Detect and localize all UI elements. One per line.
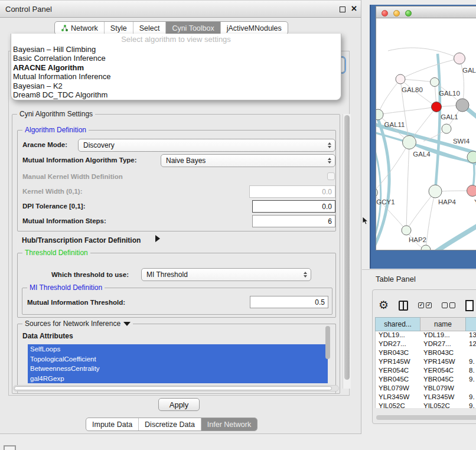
gear-icon[interactable]: ⚙ — [379, 299, 389, 311]
tab-network-label: Network — [71, 24, 98, 32]
table-row[interactable]: YLR345WYLR345W9. — [376, 393, 476, 402]
node-gal80[interactable] — [396, 74, 405, 84]
node-hap2[interactable] — [402, 226, 411, 235]
tab-style[interactable]: Style — [105, 22, 133, 34]
table-row[interactable]: YBL079WYBL079W — [376, 384, 476, 393]
mi-steps-field[interactable]: 6 — [252, 215, 335, 227]
aracne-mode-label: Aracne Mode: — [22, 141, 67, 148]
kernel-width-value: 0.0 — [322, 188, 332, 196]
close-icon[interactable]: ✕ — [351, 4, 357, 13]
tab-discretize-data[interactable]: Discretize Data — [139, 418, 201, 431]
tab-impute-data-label: Impute Data — [92, 420, 132, 429]
mi-threshold-label: Mutual Information Threshold: — [27, 299, 125, 306]
node-green-right[interactable] — [467, 151, 476, 163]
table-row[interactable]: YDL19...YDL19...13 — [376, 331, 476, 340]
page-icon[interactable] — [465, 300, 474, 311]
column-header-shared-name[interactable]: shared... — [375, 317, 420, 331]
sources-group-title: Sources for Network Inference — [22, 319, 133, 328]
dpi-tolerance-label: DPI Tolerance [0,1]: — [22, 203, 86, 210]
which-threshold-combobox[interactable]: MI Threshold — [141, 268, 311, 281]
algorithm-option[interactable]: Bayesian – Hill Climbing — [11, 45, 341, 54]
tab-network[interactable]: Network — [55, 22, 105, 34]
tab-jactivemnodules[interactable]: jActiveMNodules — [221, 22, 288, 34]
dpi-tolerance-value: 0.0 — [322, 203, 332, 211]
network-window-titlebar[interactable] — [376, 6, 476, 18]
split-columns-icon[interactable] — [399, 301, 408, 311]
node-gal-top[interactable] — [454, 53, 465, 64]
kernel-width-field[interactable]: 0.0 — [249, 185, 335, 198]
zoom-traffic-light-icon[interactable] — [405, 10, 412, 17]
apply-button[interactable]: Apply — [158, 398, 200, 411]
sources-title-text: Sources for Network Inference — [25, 319, 120, 328]
manual-kernel-width-label: Manual Kernel Width Definition — [22, 173, 123, 180]
tab-cyni-toolbox[interactable]: Cyni Toolbox — [166, 22, 220, 34]
attribute-item[interactable]: gal4RGexp — [28, 374, 328, 384]
tab-select[interactable]: Select — [133, 22, 167, 34]
mi-threshold-definition-group: MI Threshold Definition Mutual Informati… — [22, 288, 332, 315]
mi-steps-label: Mutual Information Steps: — [22, 217, 106, 224]
algorithm-option[interactable]: Bayesian – K2 — [11, 81, 341, 90]
mi-threshold-field[interactable]: 0.5 — [250, 296, 328, 308]
node-gal10[interactable] — [431, 78, 439, 87]
select-all-icon[interactable]: ✓✓ — [418, 302, 432, 308]
settings-horizontal-scrollbar-thumb[interactable] — [14, 386, 332, 390]
float-window-icon[interactable] — [340, 6, 345, 12]
stepper-arrows-icon — [304, 269, 307, 281]
table-row[interactable]: YPR145WYPR145W9. — [376, 358, 476, 367]
network-canvas[interactable]: GAL GAL80 GAL10 GAL1 GAL11 SWI4 GAL4 GCY… — [376, 18, 476, 250]
settings-scrollbar-thumb[interactable] — [344, 115, 350, 380]
aracne-mode-combobox[interactable]: Discovery — [78, 139, 335, 152]
node-bottom-cut[interactable] — [421, 245, 431, 250]
which-threshold-value: MI Threshold — [146, 270, 188, 279]
manual-kernel-width-checkbox[interactable] — [327, 172, 335, 180]
tab-jactivemnodules-label: jActiveMNodules — [227, 24, 282, 32]
table-body[interactable]: YDL19...YDL19...13 YDR27...YDR27...12 YB… — [375, 331, 476, 408]
cyni-bottom-tabs: Impute Data Discretize Data Infer Networ… — [86, 418, 257, 431]
node-gal4[interactable] — [403, 136, 416, 149]
collapse-arrow-icon[interactable] — [123, 322, 131, 326]
algorithm-option[interactable]: Basic Correlation Inference — [11, 54, 341, 63]
tab-select-label: Select — [139, 24, 160, 32]
close-traffic-light-icon[interactable] — [382, 10, 388, 17]
node-label: SWI4 — [453, 138, 470, 145]
attributes-scrollbar-thumb[interactable] — [325, 326, 330, 359]
tab-cyni-toolbox-label: Cyni Toolbox — [172, 24, 214, 32]
attribute-item[interactable]: BetweennessCentrality — [28, 364, 328, 374]
node-pink-right[interactable] — [467, 185, 476, 197]
tab-impute-data[interactable]: Impute Data — [86, 418, 139, 431]
column-header-name[interactable]: name — [420, 317, 465, 331]
column-header-cut[interactable]: A — [465, 317, 476, 331]
collapsed-widget[interactable] — [4, 445, 16, 450]
mi-algorithm-type-combobox[interactable]: Naive Bayes — [161, 154, 335, 167]
algorithm-definition-group: Algorithm Definition Aracne Mode: Discov… — [17, 130, 336, 231]
dpi-tolerance-field[interactable]: 0.0 — [252, 200, 335, 213]
deselect-all-icon[interactable] — [442, 302, 455, 308]
attribute-item[interactable]: SelfLoops — [28, 344, 328, 354]
algorithm-option-selected[interactable]: ARACNE Algorithm — [11, 63, 341, 72]
algorithm-option[interactable]: Mutual Information Inference — [11, 72, 341, 81]
node-hap4[interactable] — [429, 185, 442, 198]
table-row[interactable]: YBR043CYBR043C — [376, 349, 476, 358]
algorithm-option[interactable]: Dream8 DC_TDC Algorithm — [11, 90, 341, 99]
tab-infer-network[interactable]: Infer Network — [201, 418, 257, 431]
settings-scrollbar[interactable] — [343, 114, 351, 389]
expand-arrow-icon[interactable] — [155, 235, 160, 242]
table-row[interactable]: YBR045CYBR045C9. — [376, 376, 476, 384]
node-gray[interactable] — [456, 99, 469, 112]
network-view-window[interactable]: GAL GAL80 GAL10 GAL1 GAL11 SWI4 GAL4 GCY… — [376, 6, 476, 250]
table-row[interactable]: YDR27...YDR27...12 — [376, 340, 476, 349]
table-header-row: shared... name A — [375, 317, 476, 331]
node-gcy1[interactable] — [376, 188, 378, 198]
settings-horizontal-scrollbar[interactable] — [13, 385, 339, 392]
node-swi4[interactable] — [442, 124, 451, 133]
table-row[interactable]: YER054CYER054C8. — [376, 367, 476, 376]
table-horizontal-scrollbar-thumb[interactable] — [376, 415, 476, 420]
minimize-traffic-light-icon[interactable] — [393, 10, 400, 17]
node-label: GAL80 — [402, 86, 423, 93]
mi-algorithm-type-value: Naive Bayes — [166, 156, 206, 165]
node-gal1-selected[interactable] — [432, 102, 442, 112]
attribute-item[interactable]: TopologicalCoefficient — [28, 354, 328, 364]
data-attributes-list[interactable]: SelfLoops TopologicalCoefficient Between… — [28, 344, 328, 383]
table-row[interactable]: YIL052CYIL052C9. — [376, 402, 476, 408]
data-attributes-label: Data Attributes — [22, 332, 73, 340]
